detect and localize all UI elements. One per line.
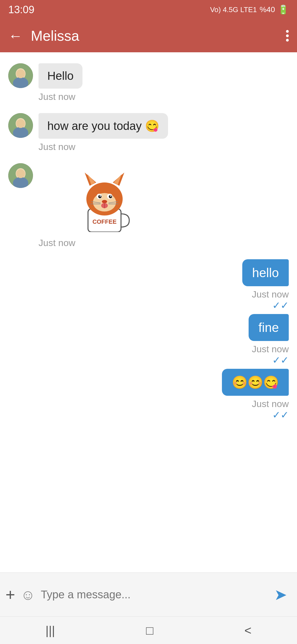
sent-message-1: hello Just now ✓✓ — [8, 259, 289, 311]
message-input[interactable] — [41, 588, 264, 601]
svg-point-24 — [100, 195, 101, 197]
chat-header: ← Melissa — [0, 19, 297, 52]
bubble-sent-1: hello — [242, 259, 289, 286]
timestamp-1: Just now — [38, 91, 289, 102]
svg-point-11 — [16, 169, 25, 178]
received-message-3: COFFEE — [8, 163, 289, 235]
svg-point-26 — [102, 200, 107, 203]
status-bar: 13:09 Vo) 4.5G LTE1 %40 🔋 — [0, 0, 297, 19]
send-icon: ➤ — [274, 586, 287, 604]
chat-title: Melissa — [31, 28, 278, 44]
bubble-sent-3: 😊😊😋 — [222, 369, 289, 396]
bubble-sent-2: fine — [249, 314, 289, 341]
read-receipts-2: ✓✓ — [272, 354, 289, 366]
sticker-fox-coffee: COFFEE — [69, 163, 140, 235]
avatar-1 — [8, 63, 33, 88]
timestamp-2: Just now — [38, 141, 289, 152]
add-attachment-button[interactable]: + — [6, 585, 15, 604]
timestamp-4: Just now — [252, 289, 289, 300]
bubble-received-1: Hello — [38, 63, 82, 89]
svg-text:COFFEE: COFFEE — [92, 218, 117, 225]
svg-point-3 — [16, 69, 25, 78]
timestamp-3: Just now — [38, 238, 289, 248]
avatar-2 — [8, 113, 33, 138]
sent-message-2: fine Just now ✓✓ — [8, 314, 289, 366]
timestamp-6: Just now — [252, 399, 289, 409]
status-time: 13:09 — [8, 4, 34, 16]
more-options-button[interactable] — [286, 30, 289, 42]
recent-apps-button[interactable]: ||| — [46, 624, 55, 637]
bottom-navigation: ||| □ < — [0, 616, 297, 644]
message-group-3: COFFEE — [8, 163, 289, 248]
svg-point-7 — [16, 119, 25, 128]
avatar-3 — [8, 163, 33, 188]
battery-symbol: 🔋 — [278, 4, 289, 15]
status-icons: Vo) 4.5G LTE1 %40 🔋 — [210, 4, 289, 15]
battery-icon: %40 — [260, 5, 275, 14]
send-button[interactable]: ➤ — [270, 584, 292, 606]
svg-point-25 — [110, 195, 111, 197]
timestamp-5: Just now — [252, 344, 289, 354]
home-button[interactable]: □ — [146, 624, 153, 637]
emoji-picker-button[interactable]: ☺ — [21, 586, 35, 603]
sent-message-3: 😊😊😋 Just now ✓✓ — [8, 369, 289, 421]
read-receipts-3: ✓✓ — [272, 409, 289, 421]
chat-area: Hello Just now how are you today 😋 Just … — [0, 52, 297, 572]
bubble-received-2: how are you today 😋 — [38, 113, 168, 139]
network-info: Vo) 4.5G LTE1 — [210, 6, 257, 14]
read-receipts-1: ✓✓ — [272, 300, 289, 311]
received-message-1: Hello — [8, 63, 289, 89]
message-group-1: Hello Just now — [8, 63, 289, 102]
back-button[interactable]: ← — [8, 28, 23, 44]
message-group-2: how are you today 😋 Just now — [8, 113, 289, 152]
received-message-2: how are you today 😋 — [8, 113, 289, 139]
back-nav-button[interactable]: < — [244, 624, 252, 637]
input-bar: + ☺ ➤ — [0, 572, 297, 616]
